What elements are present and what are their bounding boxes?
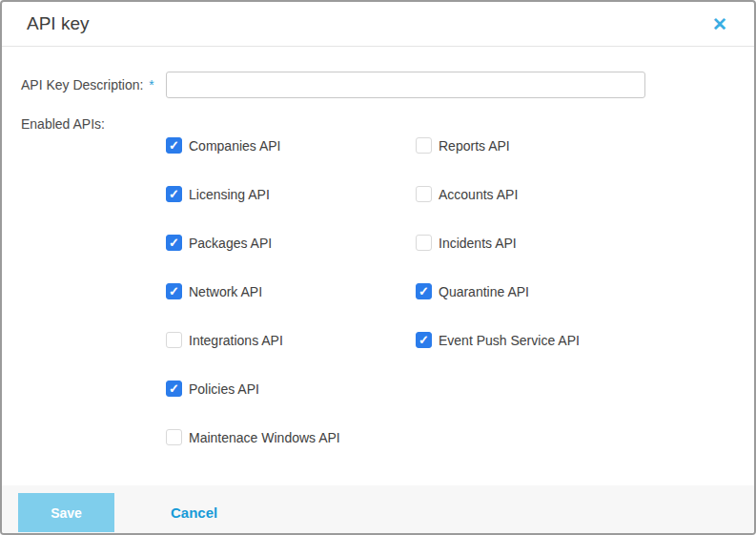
enabled-apis-label: Enabled APIs: [21,115,166,132]
checkbox-label-reports-api[interactable]: Reports API [439,138,510,154]
checkbox-row-quarantine-api[interactable]: Quarantine API [416,283,665,299]
dialog-body: API Key Description: * Enabled APIs: Com… [2,47,754,485]
checkbox-label-policies-api[interactable]: Policies API [189,381,259,397]
api-checkbox-column-right: Reports API Accounts API Incidents API Q… [416,137,665,478]
checkbox-label-incidents-api[interactable]: Incidents API [439,236,517,251]
checkbox-row-network-api[interactable]: Network API [166,283,416,299]
checkbox-row-integrations-api[interactable]: Integrations API [166,332,416,348]
checkbox-label-quarantine-api[interactable]: Quarantine API [439,284,529,299]
checkbox-label-accounts-api[interactable]: Accounts API [439,187,518,202]
enabled-apis-section: Enabled APIs: Companies API Licensing AP… [21,115,735,478]
checkbox-companies-api[interactable] [166,137,182,154]
checkbox-event-push-service-api[interactable] [416,332,432,348]
checkbox-licensing-api[interactable] [166,186,182,202]
checkbox-row-maintenace-windows-api[interactable]: Maintenace Windows API [166,429,416,445]
checkbox-reports-api[interactable] [416,137,432,154]
checkbox-network-api[interactable] [166,283,182,299]
api-key-dialog: API key ✕ API Key Description: * Enabled… [0,0,756,535]
checkbox-packages-api[interactable] [166,235,182,251]
checkbox-label-packages-api[interactable]: Packages API [189,236,272,251]
checkbox-label-companies-api[interactable]: Companies API [189,138,281,154]
description-label: API Key Description: * [21,77,166,93]
checkbox-label-maintenace-windows-api[interactable]: Maintenace Windows API [189,430,340,445]
checkbox-label-integrations-api[interactable]: Integrations API [189,333,283,348]
save-button[interactable]: Save [18,493,114,532]
checkbox-label-network-api[interactable]: Network API [189,284,262,299]
checkbox-label-event-push-service-api[interactable]: Event Push Service API [439,333,580,348]
checkbox-quarantine-api[interactable] [416,283,432,299]
checkbox-row-companies-api[interactable]: Companies API [166,137,416,154]
description-field-row: API Key Description: * [21,72,735,98]
api-key-description-input[interactable] [166,72,645,98]
close-icon[interactable]: ✕ [708,13,731,35]
checkbox-row-licensing-api[interactable]: Licensing API [166,186,416,202]
dialog-footer: Save Cancel [2,485,754,533]
checkbox-policies-api[interactable] [166,381,182,397]
checkbox-row-policies-api[interactable]: Policies API [166,381,416,397]
api-checkbox-column-left: Companies API Licensing API Packages API… [166,137,416,478]
checkbox-maintenace-windows-api[interactable] [166,429,182,445]
checkbox-row-accounts-api[interactable]: Accounts API [416,186,665,202]
cancel-button[interactable]: Cancel [171,504,217,521]
checkbox-row-packages-api[interactable]: Packages API [166,235,416,251]
dialog-header: API key ✕ [2,2,754,47]
required-marker: * [149,77,153,93]
checkbox-row-reports-api[interactable]: Reports API [416,137,665,154]
checkbox-integrations-api[interactable] [166,332,182,348]
checkbox-row-incidents-api[interactable]: Incidents API [416,235,665,251]
checkbox-accounts-api[interactable] [416,186,432,202]
checkbox-row-event-push-service-api[interactable]: Event Push Service API [416,332,665,348]
checkbox-label-licensing-api[interactable]: Licensing API [189,187,270,202]
description-label-text: API Key Description: [21,77,143,93]
api-checkbox-grid: Companies API Licensing API Packages API… [166,115,665,478]
dialog-title: API key [27,13,89,34]
checkbox-incidents-api[interactable] [416,235,432,251]
